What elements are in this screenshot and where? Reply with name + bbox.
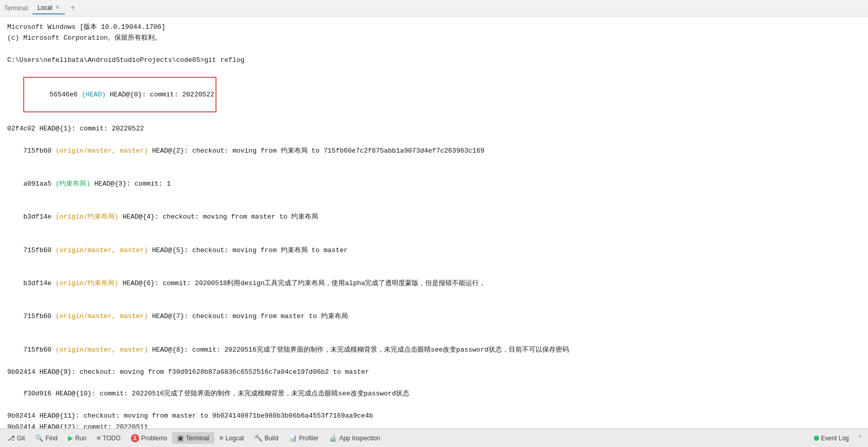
- branch-origin-yueshujuju-11: (origin/约束布局): [56, 279, 119, 287]
- toolbar-todo-label: TODO: [103, 435, 120, 442]
- tab-local[interactable]: Local ✕: [32, 2, 65, 14]
- rest-line11: HEAD@{6}: commit: 20200518利用design工具完成了约…: [119, 279, 486, 287]
- toolbar-event-log[interactable]: Event Log: [809, 433, 854, 444]
- terminal-content: Microsoft Windows [版本 10.0.19044.1706] (…: [0, 16, 868, 428]
- logcat-icon: ≡: [220, 434, 224, 442]
- toolbar-profiler[interactable]: 📊 Profiler: [283, 432, 324, 444]
- line-3: [7, 44, 861, 55]
- bottom-toolbar: ⎇ Git 🔍 Find ▶ Run ≡ TODO 1 Problems ▣ T…: [0, 428, 868, 447]
- toolbar-terminal-label: Terminal: [186, 435, 209, 442]
- line-14: 9b02414 HEAD@{9}: checkout: moving from …: [7, 367, 861, 377]
- rest-line8: HEAD@{3}: commit: 1: [90, 180, 171, 188]
- hash-56546e6: 56546e6: [49, 91, 81, 98]
- toolbar-git[interactable]: ⎇ Git: [2, 432, 30, 444]
- add-tab-button[interactable]: +: [67, 3, 78, 14]
- rest-line7: HEAD@{2}: checkout: moving from 约束布局 to …: [148, 147, 485, 155]
- app-inspection-icon: 🔬: [329, 434, 337, 442]
- line-8: a091aa5 (约束布局) HEAD@{3}: commit: 1: [7, 168, 861, 201]
- toolbar-app-inspection[interactable]: 🔬 App Inspection: [324, 432, 385, 444]
- build-icon: 🔨: [254, 434, 262, 442]
- terminal-icon: ▣: [177, 434, 183, 442]
- tab-local-label: Local: [38, 4, 53, 11]
- run-icon: ▶: [68, 434, 73, 442]
- branch-originmaster-7: (origin/master, master): [56, 147, 148, 155]
- toolbar-logcat-label: Logcat: [225, 435, 244, 442]
- toolbar-find[interactable]: 🔍 Find: [30, 432, 62, 444]
- line-4: C:\Users\nefelibata\AndroidStudioProject…: [7, 55, 861, 65]
- hash-715fb60-10: 715fb60: [23, 246, 55, 254]
- line-11: b3df14e (origin/约束布局) HEAD@{6}: commit: …: [7, 267, 861, 300]
- branch-originmaster-12: (origin/master, master): [56, 312, 148, 320]
- line-10: 715fb60 (origin/master, master) HEAD@{5}…: [7, 234, 861, 267]
- highlighted-block: 56546e6 (HEAD) HEAD@{0}: commit: 2022052…: [23, 77, 216, 112]
- hash-715fb60-13: 715fb60: [23, 346, 55, 354]
- line-6: 02f4c02 HEAD@{1}: commit: 20220522: [7, 123, 861, 134]
- line-1: Microsoft Windows [版本 10.0.19044.1706]: [7, 22, 861, 32]
- branch-head: (HEAD): [81, 91, 106, 98]
- toolbar-git-label: Git: [17, 435, 25, 442]
- line-12: 715fb60 (origin/master, master) HEAD@{7}…: [7, 300, 861, 333]
- terminal-label: Terminal:: [4, 5, 29, 12]
- event-log-label: Event Log: [821, 435, 849, 442]
- hash-a091aa5: a091aa5: [23, 180, 55, 188]
- line-16: 9b02414 HEAD@{11}: checkout: moving from…: [7, 410, 861, 421]
- branch-origin-yueshujuju-9: (origin/约束布局): [56, 213, 119, 221]
- tab-close-icon[interactable]: ✕: [55, 4, 60, 11]
- event-log-dot: [814, 436, 819, 441]
- rest-line5: HEAD@{0}: commit: 20220522: [106, 91, 214, 98]
- branch-originmaster-10: (origin/master, master): [56, 246, 148, 254]
- line-5: 56546e6 (HEAD) HEAD@{0}: commit: 2022052…: [7, 66, 861, 123]
- line-13: 715fb60 (origin/master, master) HEAD@{8}…: [7, 333, 861, 366]
- hash-715fb60-12: 715fb60: [23, 312, 55, 320]
- toolbar-problems-label: Problems: [141, 435, 168, 442]
- problems-badge: 1: [131, 434, 139, 442]
- hash-715fb60-7: 715fb60: [23, 147, 55, 155]
- find-icon: 🔍: [35, 434, 43, 442]
- toolbar-terminal[interactable]: ▣ Terminal: [172, 432, 214, 444]
- profiler-icon: 📊: [289, 434, 297, 442]
- hash-b3df14e-9: b3df14e: [23, 213, 55, 221]
- rest-line13: HEAD@{8}: commit: 20220516完成了登陆界面的制作，未完成…: [148, 346, 569, 354]
- toolbar-run[interactable]: ▶ Run: [63, 432, 92, 444]
- line-2: (c) Microsoft Corporation。保留所有权利。: [7, 32, 861, 43]
- tab-bar: Terminal: Local ✕ +: [0, 0, 868, 16]
- toolbar-problems[interactable]: 1 Problems: [126, 432, 173, 444]
- toolbar-todo[interactable]: ≡ TODO: [92, 432, 126, 444]
- rest-line9: HEAD@{4}: checkout: moving from master t…: [119, 213, 318, 221]
- line-15: f30d916 HEAD@{10}: commit: 20220516完成了登陆…: [7, 377, 861, 410]
- branch-originmaster-13: (origin/master, master): [56, 346, 148, 354]
- branch-yueshujuju-8: (约束布局): [56, 180, 91, 188]
- toolbar-profiler-label: Profiler: [299, 435, 319, 442]
- toolbar-build-label: Build: [264, 435, 278, 442]
- toolbar-find-label: Find: [45, 435, 57, 442]
- todo-icon: ≡: [97, 434, 101, 442]
- hash-b3df14e-11: b3df14e: [23, 279, 55, 287]
- line-7: 715fb60 (origin/master, master) HEAD@{2}…: [7, 134, 861, 167]
- hash-f30d916: f30d916 HEAD@{10}: commit: 20220516完成了登陆…: [23, 390, 409, 398]
- rest-line12: HEAD@{7}: checkout: moving from master t…: [148, 312, 347, 320]
- git-icon: ⎇: [7, 434, 15, 442]
- toolbar-app-inspection-label: App Inspection: [339, 435, 380, 442]
- toolbar-end-arrow[interactable]: ⌃: [854, 432, 866, 444]
- toolbar-run-label: Run: [75, 435, 87, 442]
- line-9: b3df14e (origin/约束布局) HEAD@{4}: checkout…: [7, 201, 861, 234]
- toolbar-logcat[interactable]: ≡ Logcat: [214, 432, 249, 444]
- rest-line10: HEAD@{5}: checkout: moving from 约束布局 to …: [148, 246, 347, 254]
- toolbar-build[interactable]: 🔨 Build: [249, 432, 283, 444]
- line-17: 9b02414 HEAD@{12}: commit: 20220511: [7, 422, 861, 428]
